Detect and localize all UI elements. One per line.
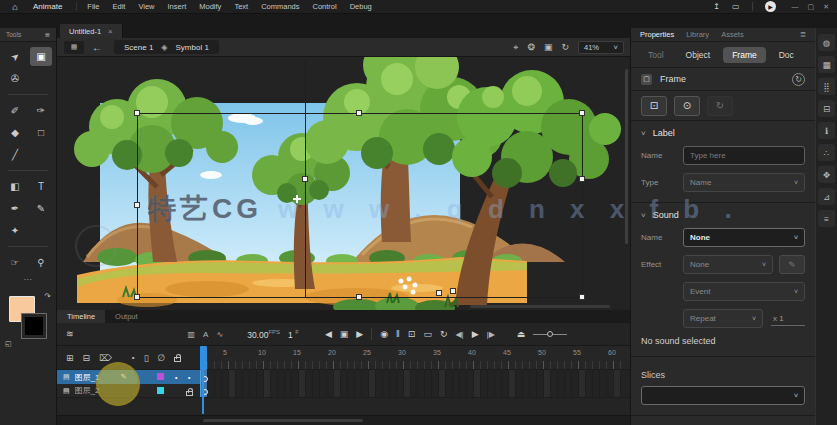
- layer-2-color-swatch[interactable]: [157, 387, 164, 394]
- menu-commands[interactable]: Commands: [261, 2, 299, 11]
- text-tool[interactable]: T: [30, 177, 52, 196]
- fps-value[interactable]: 30.00FPS: [247, 329, 280, 340]
- asset-warp-tool[interactable]: ✦: [4, 221, 26, 240]
- home-icon[interactable]: ⌂: [7, 1, 23, 12]
- layer-1-lock-toggle[interactable]: •: [188, 374, 190, 381]
- layer-2-lock-icon[interactable]: [186, 391, 193, 396]
- layer-2-frames[interactable]: [200, 384, 630, 398]
- hand-tool[interactable]: ☞: [4, 253, 26, 272]
- swap-colors-icon[interactable]: ↷: [44, 292, 51, 301]
- maximize-button[interactable]: ▢: [808, 3, 815, 11]
- free-transform-tool[interactable]: ▣: [30, 47, 52, 66]
- layer-1-hide-toggle[interactable]: •: [175, 374, 177, 381]
- insert-keyframe-button[interactable]: ⊡: [641, 96, 667, 116]
- minimize-button[interactable]: —: [792, 3, 799, 11]
- step-forward-icon[interactable]: |▶: [487, 330, 495, 339]
- layer-row-2[interactable]: ▤ 图层_2: [57, 384, 200, 398]
- tab-assets[interactable]: Assets: [721, 30, 744, 39]
- new-folder-icon[interactable]: ⊟: [83, 353, 91, 363]
- slices-dropdown[interactable]: ˅: [641, 386, 805, 405]
- frame-picker-icon[interactable]: ▭: [423, 329, 432, 339]
- layer-row-1[interactable]: ▤ 图层_1 ✎ • •: [57, 370, 200, 384]
- tab-close-icon[interactable]: ×: [108, 27, 113, 36]
- tab-properties[interactable]: Properties: [640, 30, 674, 39]
- menu-file[interactable]: File: [87, 2, 99, 11]
- menu-modify[interactable]: Modify: [199, 2, 221, 11]
- rotate-stage-icon[interactable]: ↻: [561, 42, 569, 52]
- asset-warp-icon[interactable]: ✥: [818, 166, 835, 183]
- sound-repeat-count[interactable]: x 1: [771, 312, 805, 326]
- back-button[interactable]: ←: [92, 42, 102, 53]
- align-icon[interactable]: ⊟: [818, 100, 835, 117]
- menu-debug[interactable]: Debug: [350, 2, 372, 11]
- swatches-icon[interactable]: ⣿: [818, 78, 835, 95]
- keyboard-shortcuts-icon[interactable]: ▦: [818, 56, 835, 73]
- chevron-down-icon[interactable]: ˅: [641, 129, 646, 138]
- auto-keyframe-icon[interactable]: A: [203, 330, 208, 339]
- play-icon[interactable]: ▶: [472, 329, 479, 339]
- ink-bottle-tool[interactable]: ✒: [4, 199, 26, 218]
- tab-output[interactable]: Output: [105, 310, 148, 323]
- outline-column-icon[interactable]: ▯: [144, 353, 149, 363]
- previous-keyframe-icon[interactable]: ◀: [325, 329, 332, 339]
- reset-zoom-icon[interactable]: ⏏: [517, 329, 526, 339]
- more-tools-icon[interactable]: ⋯: [2, 275, 54, 284]
- selection-tool[interactable]: ➤: [4, 47, 26, 66]
- timeline-zoom-slider[interactable]: [533, 331, 553, 337]
- fluid-brush-tool[interactable]: ✐: [4, 101, 26, 120]
- panel-menu-icon[interactable]: ≣: [800, 30, 806, 39]
- tab-library[interactable]: Library: [686, 30, 709, 39]
- delete-layer-icon[interactable]: ⌦: [99, 353, 112, 363]
- stage-canvas[interactable]: [57, 57, 630, 310]
- onion-skin-button[interactable]: ⊙: [674, 96, 700, 116]
- subtab-tool[interactable]: Tool: [639, 47, 673, 63]
- subtab-doc[interactable]: Doc: [770, 47, 803, 63]
- next-keyframe-icon[interactable]: ▶: [356, 329, 363, 339]
- line-tool[interactable]: ╱: [4, 145, 26, 164]
- onion-skin-outlines-icon[interactable]: ‖: [396, 329, 400, 339]
- stroke-color-swatch[interactable]: [22, 314, 46, 338]
- workspace-icon[interactable]: ▭: [732, 2, 740, 11]
- vertical-scrollbar[interactable]: [625, 69, 628, 244]
- center-stage-icon[interactable]: ⌖: [513, 42, 518, 53]
- breadcrumb-scene[interactable]: Scene 1: [124, 43, 153, 52]
- new-layer-icon[interactable]: ⊞: [66, 353, 74, 363]
- edit-multiple-frames-icon[interactable]: ⊡: [408, 329, 416, 339]
- frame-ruler[interactable]: 51015202530354045505560: [200, 346, 630, 370]
- menu-control[interactable]: Control: [313, 2, 337, 11]
- graph-editor-icon[interactable]: ∿: [216, 330, 223, 339]
- tab-timeline[interactable]: Timeline: [57, 310, 105, 323]
- step-back-icon[interactable]: ◀|: [455, 330, 463, 339]
- loop-icon[interactable]: ↻: [440, 329, 448, 339]
- lock-column-icon[interactable]: [174, 357, 181, 362]
- menu-view[interactable]: View: [138, 2, 154, 11]
- center-frame-icon[interactable]: ▣: [340, 329, 349, 339]
- sound-repeat-dropdown[interactable]: Repeat ˅: [683, 309, 763, 328]
- timeline-scrollbar[interactable]: [203, 419, 363, 422]
- pen-tool[interactable]: ✎: [30, 199, 52, 218]
- frames-view-icon[interactable]: ▥: [188, 330, 196, 339]
- paint-bucket-tool[interactable]: ◧: [4, 177, 26, 196]
- info-icon[interactable]: ℹ: [818, 122, 835, 139]
- zoom-tool[interactable]: ⚲: [30, 253, 52, 272]
- edit-sound-envelope-button[interactable]: ✎: [779, 255, 805, 274]
- close-button[interactable]: ✕: [823, 3, 829, 11]
- test-movie-button[interactable]: ▶: [765, 1, 776, 12]
- horizontal-scrollbar[interactable]: [470, 305, 610, 308]
- document-tab[interactable]: Untitled-1 ×: [60, 24, 123, 38]
- help-icon[interactable]: ↻: [792, 73, 805, 86]
- hide-column-icon[interactable]: ∅: [158, 353, 166, 363]
- sound-effect-dropdown[interactable]: None ˅: [683, 255, 773, 274]
- breadcrumb-symbol[interactable]: Symbol 1: [176, 43, 209, 52]
- sound-name-dropdown[interactable]: None ˅: [683, 228, 805, 247]
- onion-skin-icon[interactable]: ◉: [380, 329, 388, 339]
- brush-library-icon[interactable]: ∴: [818, 144, 835, 161]
- label-name-input[interactable]: [683, 146, 805, 165]
- label-type-dropdown[interactable]: Name ˅: [683, 173, 805, 192]
- sound-sync-dropdown[interactable]: Event ˅: [683, 282, 805, 301]
- tools-panel-menu-icon[interactable]: ≣: [45, 31, 50, 39]
- notes-icon[interactable]: ≡: [818, 210, 835, 227]
- share-icon[interactable]: ↥: [713, 2, 720, 11]
- lasso-tool[interactable]: ✇: [4, 69, 26, 88]
- zoom-level-dropdown[interactable]: 41% ˅: [578, 41, 624, 54]
